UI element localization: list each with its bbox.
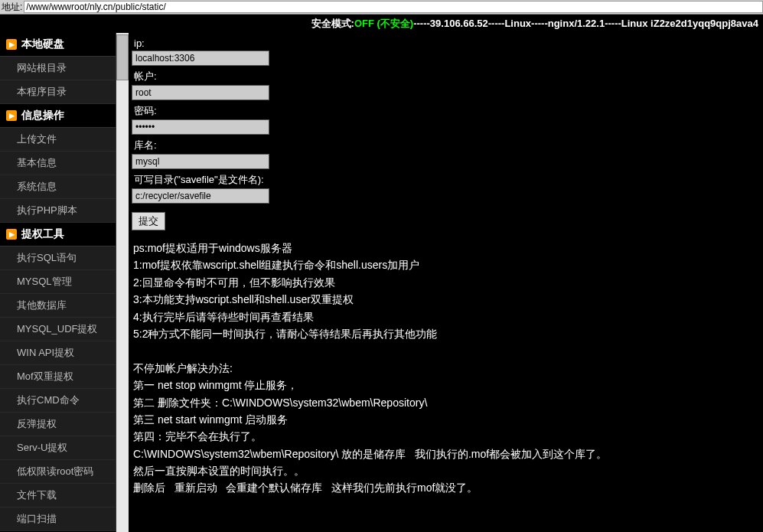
sidebar-scrollbar[interactable]	[116, 33, 129, 532]
section-title: 信息操作	[21, 109, 64, 122]
section-title: 提权工具	[21, 227, 64, 241]
sidebar-item[interactable]: 上传文件	[0, 128, 116, 152]
password-label: 密码:	[132, 103, 760, 119]
arrow-right-icon: ▶	[6, 110, 17, 121]
status-server: nginx/1.22.1	[548, 18, 605, 29]
sidebar-item[interactable]: 系统信息	[0, 175, 116, 199]
sidebar-item[interactable]: WIN API提权	[0, 341, 116, 365]
sidebar-item[interactable]: 文件下载	[0, 484, 116, 508]
info-text: ps:mof提权适用于windows服务器 1:mof提权依靠wscript.s…	[132, 237, 760, 500]
sidebar-item[interactable]: MYSQL_UDF提权	[0, 318, 116, 341]
status-mode: OFF (不安全)	[354, 18, 413, 29]
submit-button[interactable]: 提交	[132, 212, 165, 230]
status-prefix: 安全模式:	[311, 18, 354, 29]
sidebar-item[interactable]: Serv-U提权	[0, 436, 116, 460]
password-input[interactable]	[132, 119, 269, 135]
section-header[interactable]: ▶信息操作	[0, 104, 116, 128]
account-input[interactable]	[132, 85, 269, 100]
sidebar-item[interactable]: Mof双重提权	[0, 365, 116, 389]
sidebar-item[interactable]: 执行SQL语句	[0, 246, 116, 270]
dbname-label: 库名:	[132, 137, 760, 154]
savedir-input[interactable]	[132, 188, 269, 204]
savedir-label: 可写目录("savefile"是文件名):	[132, 171, 760, 188]
sidebar-item[interactable]: MYSQL管理	[0, 270, 116, 294]
sidebar-item[interactable]: 低权限读root密码	[0, 460, 116, 484]
arrow-right-icon: ▶	[6, 229, 17, 240]
sidebar-item[interactable]: 反弹提权	[0, 413, 116, 436]
status-bar: 安全模式:OFF (不安全)-----39.106.66.52-----Linu…	[0, 15, 763, 33]
section-header[interactable]: ▶本地硬盘	[0, 33, 116, 57]
ip-label: ip:	[132, 36, 760, 51]
account-label: 帐户:	[132, 68, 760, 85]
section-title: 本地硬盘	[21, 38, 64, 51]
arrow-right-icon: ▶	[6, 39, 17, 50]
sidebar-item[interactable]: 网站根目录	[0, 57, 116, 80]
status-sep3: -----	[531, 18, 548, 29]
status-sep1: -----	[413, 18, 430, 29]
dbname-input[interactable]	[132, 154, 269, 169]
sidebar-item[interactable]: 执行CMD命令	[0, 389, 116, 413]
scroll-thumb[interactable]	[116, 34, 129, 80]
status-host: Linux iZ2ze2d1yqq9qpj8ava4	[621, 18, 758, 29]
ip-input[interactable]	[132, 51, 269, 66]
main-wrap: ▶本地硬盘网站根目录本程序目录▶信息操作上传文件基本信息系统信息执行PHP脚本▶…	[0, 33, 763, 532]
sidebar-item[interactable]: 基本信息	[0, 152, 116, 175]
status-sep4: -----	[605, 18, 621, 29]
address-bar: 地址:	[0, 0, 763, 15]
status-os: Linux	[504, 18, 531, 29]
sidebar-item[interactable]: 其他数据库	[0, 294, 116, 318]
status-ip: 39.106.66.52	[430, 18, 488, 29]
sidebar-item[interactable]: 端口扫描	[0, 508, 116, 531]
status-sep2: -----	[488, 18, 505, 29]
sidebar-item[interactable]: 执行PHP脚本	[0, 199, 116, 223]
sidebar: ▶本地硬盘网站根目录本程序目录▶信息操作上传文件基本信息系统信息执行PHP脚本▶…	[0, 33, 116, 532]
address-label: 地址:	[0, 1, 24, 14]
content-pane: ip: 帐户: 密码: 库名: 可写目录("savefile"是文件名): 提交…	[129, 33, 763, 532]
address-input[interactable]	[24, 1, 763, 13]
section-header[interactable]: ▶提权工具	[0, 223, 116, 246]
sidebar-item[interactable]: 本程序目录	[0, 80, 116, 104]
